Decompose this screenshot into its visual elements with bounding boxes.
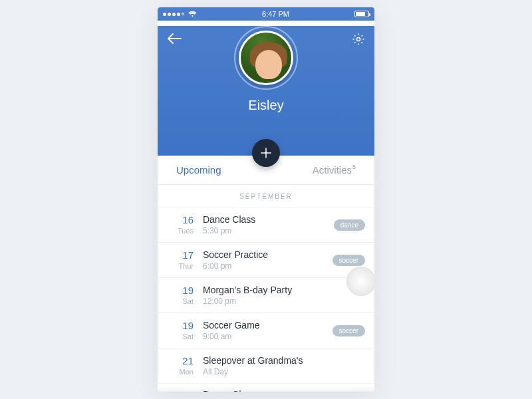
event-time: 6:00 pm (203, 261, 332, 271)
list-item[interactable]: 22 Dance Class (158, 383, 374, 392)
signal-dots-icon (163, 13, 184, 16)
info-column: Sleepover at Grandma's All Day (203, 355, 365, 376)
svg-point-0 (356, 37, 360, 41)
event-time: 12:00 pm (203, 297, 365, 306)
list-item[interactable]: 16 Tues Dance Class 5:30 pm dance (158, 207, 374, 242)
profile-name: Eisley (158, 98, 374, 113)
date-column: 19 Sat (158, 320, 203, 340)
profile-header: Eisley (158, 26, 374, 156)
list-item[interactable]: 19 Sat Soccer Game 9:00 am soccer (158, 313, 374, 348)
category-badge: soccer (332, 255, 365, 266)
event-title: Dance Class (203, 389, 365, 392)
phone-frame: 6:47 PM Eisley Upcoming Activities5 SEPT… (158, 7, 374, 392)
status-right (354, 11, 369, 17)
category-badge: soccer (332, 325, 365, 336)
tab-activities-count: 5 (352, 164, 356, 170)
date-dayname: Sat (158, 332, 194, 340)
date-column: 21 Mon (158, 355, 203, 376)
info-column: Soccer Practice 6:00 pm (203, 249, 332, 271)
info-column: Soccer Game 9:00 am (203, 320, 332, 341)
status-time: 6:47 PM (262, 10, 289, 18)
date-column: 19 Sat (158, 285, 203, 305)
date-number: 19 (158, 285, 194, 296)
list-item[interactable]: 17 Thur Soccer Practice 6:00 pm soccer (158, 242, 374, 277)
status-bar: 6:47 PM (158, 7, 374, 21)
event-time: 5:30 pm (203, 226, 334, 235)
event-title: Soccer Game (203, 320, 332, 331)
tab-upcoming-label: Upcoming (176, 164, 221, 176)
back-button[interactable] (167, 33, 182, 47)
status-left (163, 11, 197, 17)
wifi-icon (188, 11, 197, 17)
avatar-ring (234, 26, 298, 90)
date-column: 22 (158, 389, 203, 392)
tab-activities-label: Activities (313, 164, 352, 176)
date-number: 21 (158, 355, 194, 366)
date-number: 17 (158, 249, 194, 261)
event-title: Sleepover at Grandma's (203, 355, 365, 366)
event-list[interactable]: 16 Tues Dance Class 5:30 pm dance 17 Thu… (158, 207, 374, 392)
info-column: Morgan's B-day Party 12:00 pm (203, 285, 365, 306)
list-item[interactable]: 19 Sat Morgan's B-day Party 12:00 pm (158, 277, 374, 313)
event-time: All Day (203, 367, 365, 376)
settings-button[interactable] (352, 33, 365, 49)
event-title: Soccer Practice (203, 249, 332, 260)
tab-activities[interactable]: Activities5 (266, 156, 374, 184)
date-number: 22 (158, 389, 194, 392)
date-number: 16 (158, 214, 194, 225)
event-title: Dance Class (203, 214, 334, 225)
date-dayname: Thur (158, 262, 194, 270)
event-time: 9:00 am (203, 332, 332, 341)
battery-icon (354, 11, 369, 17)
list-item[interactable]: 21 Mon Sleepover at Grandma's All Day (158, 348, 374, 383)
date-dayname: Sat (158, 297, 194, 305)
tab-upcoming[interactable]: Upcoming (158, 156, 266, 184)
date-column: 17 Thur (158, 249, 203, 270)
info-column: Dance Class (203, 389, 365, 392)
date-column: 16 Tues (158, 214, 203, 235)
category-badge: dance (334, 219, 365, 231)
date-number: 19 (158, 320, 194, 331)
event-title: Morgan's B-day Party (203, 285, 365, 295)
add-button[interactable] (252, 139, 280, 167)
date-dayname: Tues (158, 227, 194, 235)
date-dayname: Mon (158, 368, 194, 376)
avatar[interactable] (239, 31, 293, 85)
info-column: Dance Class 5:30 pm (203, 214, 334, 235)
month-header: SEPTEMBER (158, 185, 374, 207)
